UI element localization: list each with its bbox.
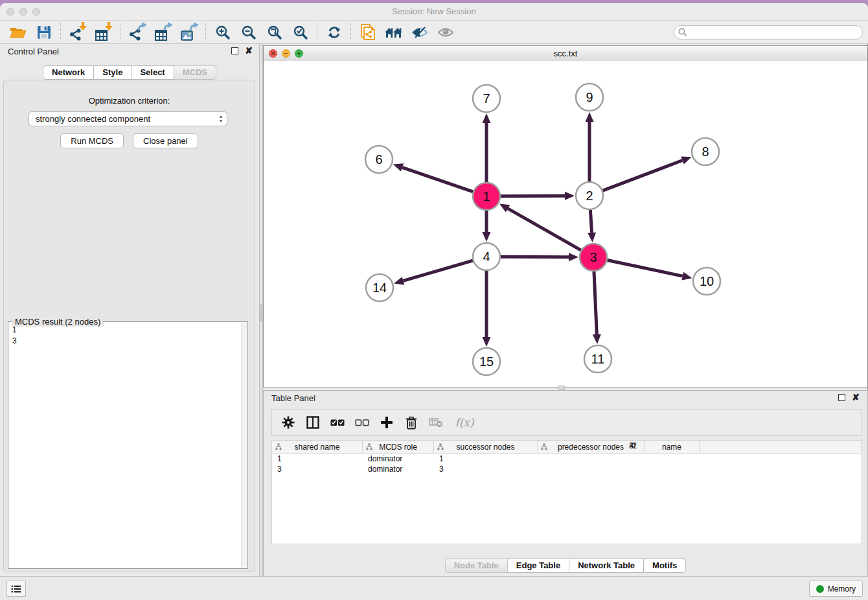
hide-panels-button[interactable] [407,22,433,43]
edge-1-2[interactable] [501,196,565,196]
export-image-button[interactable] [176,22,202,43]
node-label-15: 15 [479,354,494,369]
export-network-button[interactable] [124,22,150,43]
open-session-button[interactable] [5,22,31,43]
refresh-style-button[interactable] [321,22,347,43]
create-column-button[interactable] [377,413,396,432]
toolbar-separator [60,23,62,41]
table-cell[interactable]: 1 [272,454,363,464]
edge-1-6[interactable] [402,167,473,192]
control-panel-tabs: NetworkStyleSelectMCDS [0,65,259,80]
edge-3-1[interactable] [508,209,581,250]
network-view-title: scc.txt [264,49,867,58]
zoom-fit-button[interactable] [262,22,288,43]
result-scrollbar[interactable] [241,323,247,568]
zoom-out-icon [241,25,257,40]
tab-motifs[interactable]: Motifs [644,559,686,573]
edge-2-8[interactable] [603,160,683,190]
trash-icon [405,416,417,430]
zoom-fit-icon [267,25,282,40]
main-toolbar [0,21,868,44]
tab-style[interactable]: Style [94,65,131,80]
column-header-mcds-role[interactable]: MCDS role [363,441,434,453]
gear-icon [281,415,295,430]
tab-network[interactable]: Network [43,65,94,80]
table-cell[interactable]: 3 [272,464,363,474]
table-cell[interactable]: 2 [535,441,642,544]
function-builder-button[interactable]: f(x) [451,413,478,432]
float-table-panel-icon[interactable] [838,394,845,401]
edge-4-14[interactable] [403,260,472,281]
search-input[interactable] [674,25,863,40]
home-button[interactable] [381,22,407,43]
toggle-panel-button[interactable] [303,413,323,432]
table-cell[interactable]: 1 [434,454,489,464]
node-table[interactable]: shared nameMCDS rolesuccessor nodesprede… [271,440,862,544]
houses-icon [384,26,404,39]
close-table-panel-icon[interactable]: ✘ [852,394,860,401]
show-panels-button[interactable] [433,22,459,43]
column-header-shared-name[interactable]: shared name [272,441,363,453]
export-arrow-icon [163,22,173,31]
table-cell[interactable]: dominator [363,454,434,464]
table-panel-title: Table Panel [271,393,315,403]
status-bar: Memory [0,576,868,600]
select-all-columns-button[interactable] [328,413,347,432]
table-settings-button[interactable] [279,413,298,432]
edge-4-3[interactable] [501,257,569,257]
control-panel: Control Panel ✘ NetworkStyleSelectMCDS O… [0,44,259,577]
network-canvas[interactable]: 7968124314101511 [264,61,867,387]
splitter-handle[interactable] [260,305,262,321]
edge-arrowhead [569,253,578,261]
horizontal-splitter-handle[interactable] [558,386,565,390]
mcds-panel: Optimization criterion: strongly connect… [3,80,255,571]
table-cell[interactable]: 3 [434,464,489,474]
zoom-in-button[interactable] [210,22,236,43]
node-label-7: 7 [483,91,490,106]
mcds-result-text[interactable]: 1 3 [12,325,240,566]
node-label-1: 1 [483,189,490,203]
save-session-button[interactable] [31,22,57,43]
export-arrow-icon [189,22,199,31]
tab-select[interactable]: Select [131,65,174,80]
tab-mcds[interactable]: MCDS [174,65,216,80]
delete-table-icon [429,417,443,428]
delete-table-button[interactable] [426,413,446,432]
unchecked-boxes-icon [355,419,369,426]
memory-button[interactable]: Memory [809,581,863,597]
tab-edge-table[interactable]: Edge Table [508,559,569,573]
edge-3-11[interactable] [594,271,597,334]
zoom-selected-icon [293,25,308,40]
export-table-button[interactable] [150,22,176,43]
delete-column-button[interactable] [402,413,421,432]
deselect-all-columns-button[interactable] [352,413,372,432]
float-panel-icon[interactable] [231,47,238,54]
network-graph[interactable]: 7968124314101511 [264,61,866,387]
criterion-select[interactable]: strongly connected component ▴▾ [29,111,227,126]
zoom-selected-button[interactable] [288,22,314,43]
table-cell[interactable]: dominator [363,464,434,474]
criterion-value: strongly connected component [36,114,150,124]
tab-node-table[interactable]: Node Table [445,559,508,573]
close-panel-icon[interactable]: ✘ [245,47,253,54]
zoom-out-button[interactable] [236,22,262,43]
import-table-button[interactable] [91,22,117,43]
edge-arrowhead [681,272,692,281]
task-history-button[interactable] [6,581,26,597]
run-mcds-button[interactable]: Run MCDS [60,133,124,148]
memory-status-icon [816,585,824,593]
import-network-button[interactable] [65,22,91,43]
network-from-clipboard-button[interactable] [355,22,381,43]
titlebar: Session: New Session [0,3,868,21]
eye-slash-icon [411,26,428,39]
close-panel-button[interactable]: Close panel [133,133,198,148]
column-header-successor-nodes[interactable]: successor nodes [434,441,538,453]
table-row[interactable]: 3dominator323 [272,464,862,474]
split-panel-icon [306,416,319,429]
edge-3-10[interactable] [608,260,683,277]
tab-network-table[interactable]: Network Table [569,559,644,573]
open-folder-icon [10,25,27,40]
edge-2-3[interactable] [590,210,591,233]
column-header-name[interactable]: name [645,441,700,453]
edge-arrowhead [586,112,594,122]
